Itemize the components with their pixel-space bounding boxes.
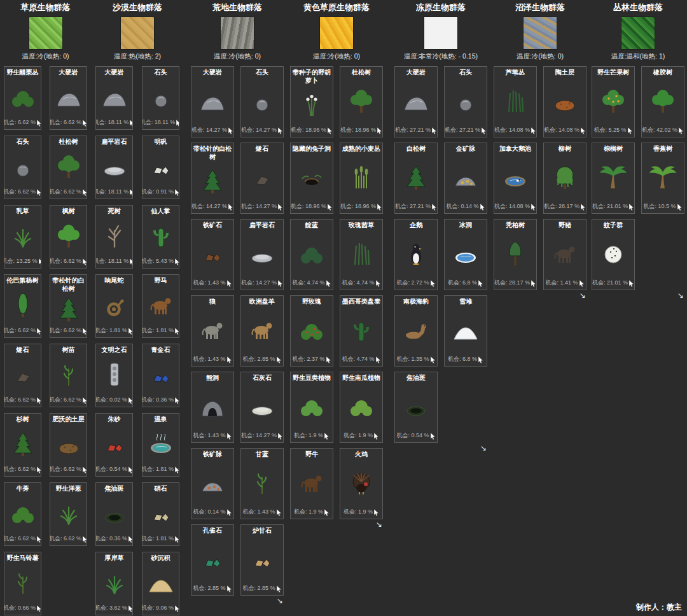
item-card[interactable]: 欧洲盘羊机会: 2.85 %: [240, 295, 284, 367]
item-card[interactable]: 企鹅机会: 2.72 %: [394, 219, 438, 290]
resize-handle[interactable]: ↘: [494, 291, 586, 299]
item-card[interactable]: 野生醋栗丛机会: 6.62 %: [4, 66, 41, 130]
item-card[interactable]: 棕榈树机会: 21.01 %: [592, 143, 635, 214]
item-card[interactable]: 铁矿脉机会: 0.14 %: [191, 448, 234, 519]
item-card[interactable]: 野猪机会: 1.41 %: [543, 219, 586, 290]
item-chance-label: 机会: 21.01 %: [592, 202, 628, 211]
item-card[interactable]: 金矿脉机会: 0.14 %: [444, 143, 487, 214]
item-card[interactable]: 焦油斑机会: 0.54 %: [394, 372, 438, 443]
item-card[interactable]: 秃柏树机会: 28.17 %: [494, 219, 537, 290]
item-card[interactable]: 橡胶树机会: 42.02 %: [641, 66, 684, 137]
item-card[interactable]: 甘蓝机会: 1.43 %: [240, 448, 284, 519]
item-card[interactable]: 杜松树机会: 18.96 %: [340, 66, 383, 137]
item-card[interactable]: 大硬岩机会: 27.21 %: [394, 66, 438, 137]
item-card[interactable]: 响尾蛇机会: 1.81 %: [95, 274, 133, 338]
item-card[interactable]: 雪堆机会: 6.8 %: [444, 295, 487, 367]
item-card[interactable]: 明矾机会: 0.91 %: [142, 136, 179, 199]
item-card[interactable]: 香蕉树机会: 10.5 %: [641, 143, 684, 214]
item-card[interactable]: 燧石机会: 6.62 %: [4, 344, 41, 407]
item-card[interactable]: 加拿大鹅池机会: 14.08 %: [494, 143, 537, 214]
item-card[interactable]: 树苗机会: 6.62 %: [50, 344, 87, 407]
item-card[interactable]: 砂沉积机会: 9.06 %: [142, 552, 179, 615]
item-card[interactable]: 大硬岩机会: 18.11 %: [95, 66, 133, 130]
item-card[interactable]: 野生洋葱机会: 6.62 %: [50, 482, 87, 546]
item-card[interactable]: 仙人掌机会: 5.43 %: [142, 205, 179, 269]
item-card[interactable]: 带松针的白松树机会: 14.27 %: [191, 143, 234, 214]
item-card[interactable]: 火鸡机会: 1.9 %: [340, 448, 383, 519]
item-card[interactable]: 芦苇丛机会: 14.08 %: [494, 66, 537, 137]
item-card[interactable]: 成熟的小麦丛机会: 18.96 %: [340, 143, 383, 214]
cursor-icon: [82, 397, 87, 405]
item-card[interactable]: 野生芒果树机会: 5.25 %: [592, 66, 635, 137]
item-card[interactable]: 野生马铃薯机会: 0.66 %: [4, 552, 41, 615]
resize-handle[interactable]: ↘: [592, 291, 684, 299]
dead-tree-icon: [100, 216, 129, 257]
item-card[interactable]: 带种子的野胡萝卜机会: 18.96 %: [290, 66, 333, 137]
item-card[interactable]: 野生南瓜植物机会: 1.9 %: [340, 372, 383, 443]
item-chance: 机会: 0.54 %: [396, 431, 435, 441]
resize-handle[interactable]: ↘: [290, 521, 383, 528]
item-card[interactable]: 隐藏的兔子洞机会: 18.96 %: [290, 143, 333, 214]
item-card[interactable]: 陶土层机会: 14.08 %: [543, 66, 586, 137]
item-card[interactable]: 带松针的白松树机会: 6.62 %: [50, 274, 87, 338]
item-card[interactable]: 野牛机会: 1.9 %: [290, 448, 333, 519]
item-title: 成熟的小麦丛: [342, 145, 380, 153]
item-card[interactable]: 白松树机会: 27.21 %: [394, 143, 438, 214]
item-card[interactable]: 杉树机会: 6.62 %: [4, 413, 41, 477]
item-card[interactable]: 石头机会: 18.11 %: [142, 66, 179, 130]
item-card[interactable]: 狼机会: 1.43 %: [191, 295, 234, 367]
item-card[interactable]: 靛蓝机会: 4.74 %: [290, 219, 333, 290]
item-card[interactable]: 玫瑰茜草机会: 4.74 %: [340, 219, 383, 290]
item-card[interactable]: 铁矿石机会: 1.43 %: [191, 219, 234, 290]
item-card[interactable]: 枫树机会: 6.62 %: [50, 205, 87, 269]
item-card[interactable]: 炉甘石机会: 2.85 %: [240, 524, 284, 596]
item-card[interactable]: 杜松树机会: 6.62 %: [50, 136, 87, 199]
item-card[interactable]: 孔雀石机会: 2.85 %: [191, 524, 234, 596]
item-chance-label: 机会: 0.66 %: [4, 604, 36, 612]
item-card[interactable]: 燧石机会: 14.27 %: [240, 143, 284, 214]
item-card[interactable]: 石灰石机会: 14.27 %: [240, 372, 284, 443]
item-title: 朱砂: [108, 416, 121, 424]
item-card[interactable]: 石头机会: 6.62 %: [4, 136, 41, 199]
item-card[interactable]: 石头机会: 27.21 %: [444, 66, 487, 137]
item-card[interactable]: 冰洞机会: 6.8 %: [444, 219, 487, 290]
item-card[interactable]: 伦巴第杨树机会: 6.62 %: [4, 274, 41, 338]
item-card[interactable]: 大硬岩机会: 14.27 %: [191, 66, 234, 137]
item-title: 熊洞: [206, 374, 219, 382]
item-title: 隐藏的兔子洞: [293, 145, 331, 153]
credit-text: 制作人：教主: [636, 602, 682, 613]
item-chance: 机会: 18.96 %: [340, 125, 382, 136]
item-card[interactable]: 温泉机会: 1.81 %: [142, 413, 179, 477]
item-card[interactable]: 青金石机会: 0.36 %: [142, 344, 179, 407]
item-chance-label: 机会: 1.43 %: [193, 431, 225, 440]
item-card[interactable]: 大硬岩机会: 6.62 %: [50, 66, 87, 130]
item-card[interactable]: 扁平岩石机会: 18.11 %: [95, 136, 133, 199]
item-card[interactable]: 死树机会: 18.11 %: [95, 205, 133, 269]
item-card[interactable]: 牛蒡机会: 6.62 %: [4, 482, 41, 546]
fertile-soil-icon: [54, 424, 83, 465]
item-chance: 机会: 18.96 %: [340, 202, 382, 212]
item-card[interactable]: 肥沃的土层机会: 6.62 %: [50, 413, 87, 477]
item-card[interactable]: 野玫瑰机会: 2.37 %: [290, 295, 333, 367]
item-card[interactable]: 野生豆类植物机会: 1.9 %: [290, 372, 333, 443]
item-card[interactable]: 柳树机会: 28.17 %: [543, 143, 586, 214]
item-card[interactable]: 石头机会: 14.27 %: [240, 66, 284, 137]
resize-handle[interactable]: ↘: [394, 444, 487, 452]
item-card[interactable]: 蚊子群机会: 21.01 %: [592, 219, 635, 290]
item-card[interactable]: 野马机会: 1.81 %: [142, 274, 179, 338]
item-card[interactable]: 厚岸草机会: 3.62 %: [95, 552, 133, 615]
item-card[interactable]: 朱砂机会: 0.54 %: [95, 413, 133, 477]
item-card[interactable]: 文明之石机会: 0.02 %: [95, 344, 133, 407]
cursor-icon: [277, 127, 283, 135]
item-card[interactable]: 乳草机会: 13.25 %: [4, 205, 41, 269]
resize-handle[interactable]: ↘: [191, 597, 284, 605]
item-card[interactable]: 硝石机会: 1.81 %: [142, 482, 179, 546]
item-card[interactable]: 南极海豹机会: 1.35 %: [394, 295, 438, 367]
item-card[interactable]: 扁平岩石机会: 14.27 %: [240, 219, 284, 290]
item-card[interactable]: 墨西哥类盘泰机会: 4.74 %: [340, 295, 383, 367]
item-chance-label: 机会: 2.85 %: [242, 355, 275, 363]
item-card[interactable]: 熊洞机会: 1.43 %: [191, 372, 234, 443]
cursor-icon: [226, 433, 232, 440]
item-card[interactable]: 焦油斑机会: 0.36 %: [95, 482, 133, 546]
item-chance: 机会: 6.62 %: [50, 465, 87, 475]
